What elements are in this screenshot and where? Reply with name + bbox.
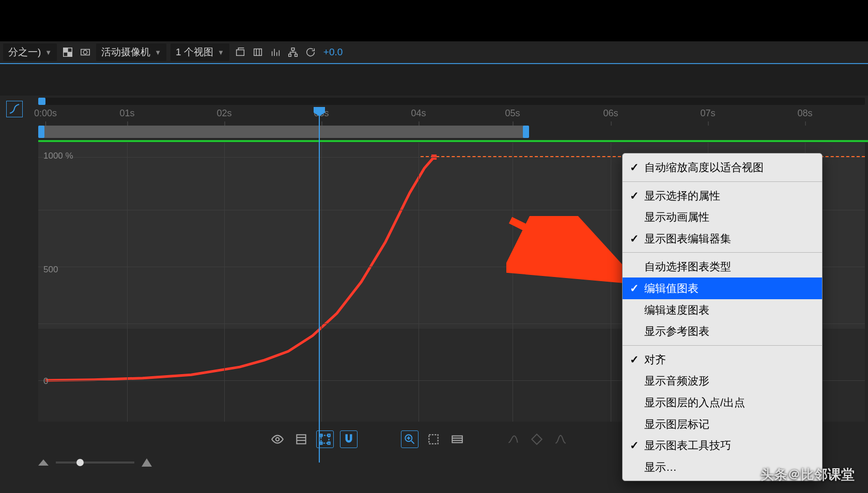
svg-rect-20 (452, 436, 462, 443)
ruler-tick: 0:00s (34, 108, 57, 119)
ruler-tick: 04s (411, 108, 426, 119)
grid-vertical (224, 143, 225, 422)
context-menu-item[interactable]: 显示选择的属性 (623, 185, 822, 207)
ruler-tick: 06s (603, 108, 618, 119)
context-menu-item[interactable]: 显示参考图表 (623, 320, 822, 342)
ruler-tick: 01s (119, 108, 134, 119)
pixel-aspect-icon[interactable] (251, 45, 265, 59)
ruler-tick: 02s (216, 108, 231, 119)
svg-point-4 (84, 50, 87, 54)
context-menu-item[interactable]: 显示图表编辑器集 (623, 228, 822, 250)
svg-point-11 (276, 438, 280, 441)
context-menu-item[interactable]: 自动选择图表类型 (623, 256, 822, 278)
svg-rect-19 (429, 435, 438, 443)
time-ruler-row: 0:00s01s02s03s04s05s06s07s08s (0, 96, 868, 137)
current-time-indicator[interactable] (319, 107, 320, 463)
context-menu-separator (623, 345, 822, 346)
graph-type-context-menu: 自动缩放高度以适合视图显示选择的属性显示动画属性显示图表编辑器集自动选择图表类型… (622, 153, 823, 481)
viewcount-label: 1 个视图 (176, 45, 213, 59)
context-menu-item[interactable]: 编辑速度图表 (623, 299, 822, 321)
svg-rect-5 (236, 50, 244, 55)
svg-rect-1 (64, 48, 68, 52)
svg-rect-8 (289, 54, 291, 57)
reset-exposure-icon[interactable] (304, 45, 317, 59)
eye-icon[interactable] (269, 430, 286, 448)
context-menu-item[interactable]: 自动缩放高度以适合视图 (623, 157, 822, 178)
svg-rect-12 (297, 435, 305, 443)
grid-vertical (127, 143, 128, 422)
context-menu-item[interactable]: 显示图表工具技巧 (623, 435, 822, 456)
context-menu-item[interactable]: 对齐 (623, 349, 822, 371)
edit-keyframe-icon[interactable] (528, 430, 546, 448)
exposure-value[interactable]: +0.0 (321, 47, 345, 58)
fit-selection-icon[interactable] (425, 430, 442, 448)
zoom-out-icon[interactable] (38, 459, 49, 466)
viewer-black-area (0, 0, 868, 41)
mask-icon[interactable] (79, 45, 92, 59)
svg-rect-17 (328, 442, 330, 444)
svg-rect-2 (68, 52, 72, 56)
camera-dropdown[interactable]: 活动摄像机 ▼ (96, 43, 166, 61)
y-axis-label: 500 (43, 265, 58, 275)
camera-label: 活动摄像机 (101, 45, 150, 59)
ruler-tick: 08s (797, 108, 812, 119)
zoom-track[interactable] (56, 461, 134, 464)
chevron-down-icon: ▼ (45, 49, 52, 56)
cache-indicator (38, 140, 868, 142)
separate-dimensions-icon[interactable] (504, 430, 522, 448)
viewcount-dropdown[interactable]: 1 个视图 ▼ (171, 43, 229, 61)
viewer-toolbar: 分之一) ▼ 活动摄像机 ▼ 1 个视图 ▼ +0.0 (0, 41, 868, 64)
watermark-text: 头条＠比邻课堂 (761, 466, 855, 484)
context-menu-separator (623, 181, 822, 182)
auto-zoom-icon[interactable] (401, 430, 419, 448)
svg-line-22 (510, 220, 615, 272)
context-menu-item[interactable]: 显示音频波形 (623, 370, 822, 392)
graph-editor-button[interactable] (6, 101, 23, 117)
zoom-in-icon[interactable] (142, 458, 152, 467)
svg-rect-9 (295, 54, 297, 57)
chevron-down-icon: ▼ (154, 49, 161, 56)
y-axis-label: 0 (43, 376, 48, 387)
choose-properties-icon[interactable] (292, 430, 310, 448)
resolution-dropdown[interactable]: 分之一) ▼ (3, 43, 57, 61)
resolution-label: 分之一) (8, 45, 41, 59)
work-area-bar[interactable] (38, 126, 865, 139)
share-view-icon[interactable] (234, 45, 247, 59)
fit-all-icon[interactable] (448, 430, 466, 448)
context-menu-item[interactable]: 显示图层标记 (623, 413, 822, 435)
context-menu-item[interactable]: 显示图层的入点/出点 (623, 392, 822, 413)
flowchart-icon[interactable] (286, 45, 300, 59)
transparency-grid-icon[interactable] (61, 45, 74, 59)
context-menu-item[interactable]: 编辑值图表 (623, 278, 822, 299)
svg-rect-15 (328, 434, 330, 436)
zoom-thumb[interactable] (76, 459, 84, 466)
time-navigator[interactable] (38, 98, 865, 105)
fast-preview-icon[interactable] (269, 45, 282, 59)
ruler-tick: 07s (700, 108, 715, 119)
ruler-tick: 05s (505, 108, 520, 119)
graph-editor-toolbar (269, 426, 569, 452)
grid-vertical (321, 143, 322, 422)
y-axis-label: 1000 % (43, 151, 73, 161)
grid-vertical (419, 143, 419, 422)
context-menu-item[interactable]: 显示动画属性 (623, 206, 822, 228)
time-ruler[interactable]: 0:00s01s02s03s04s05s06s07s08s (38, 108, 865, 124)
svg-rect-6 (254, 49, 261, 56)
keyframe-interpolation-icon[interactable] (552, 430, 569, 448)
context-menu-separator (623, 252, 822, 253)
svg-rect-7 (291, 48, 295, 51)
chevron-down-icon: ▼ (218, 49, 224, 56)
snap-icon[interactable] (340, 430, 358, 448)
annotation-arrow (506, 216, 641, 290)
zoom-slider[interactable] (38, 457, 152, 468)
